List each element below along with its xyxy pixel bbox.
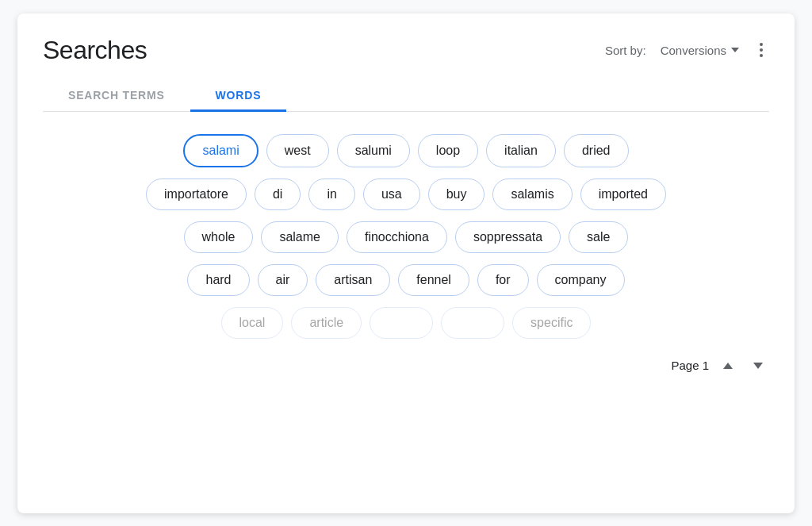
arrow-down-icon	[753, 363, 763, 369]
word-chip-partial-3[interactable]	[441, 307, 504, 339]
arrow-up-icon	[723, 363, 733, 369]
word-chip-hard[interactable]: hard	[187, 264, 249, 296]
word-chip-whole[interactable]: whole	[184, 221, 254, 253]
word-chip-west[interactable]: west	[266, 134, 329, 167]
word-chip-salamis[interactable]: salamis	[492, 179, 572, 210]
words-row-partial: localarticlespecific	[43, 307, 769, 339]
word-chip-salumi[interactable]: salumi	[337, 134, 410, 167]
words-container: salamiwestsalumiloopitaliandriedimportat…	[43, 134, 769, 339]
chevron-down-icon	[731, 48, 739, 52]
word-chip-imported[interactable]: imported	[580, 179, 666, 210]
sort-value: Conversions	[661, 44, 726, 57]
more-dot-1	[760, 43, 763, 46]
word-chip-partial-1[interactable]: article	[291, 307, 362, 339]
word-chip-italian[interactable]: italian	[486, 134, 556, 167]
word-chip-soppressata[interactable]: soppressata	[455, 221, 561, 253]
header-right: Sort by: Conversions	[605, 38, 769, 62]
word-chip-for[interactable]: for	[477, 264, 529, 296]
tabs-bar: SEARCH TERMS WORDS	[43, 81, 769, 112]
header-row: Searches Sort by: Conversions	[43, 36, 769, 65]
word-chip-salame[interactable]: salame	[261, 221, 339, 253]
page-down-button[interactable]	[747, 355, 769, 377]
words-row-1: importatorediinusabuysalamisimported	[43, 179, 769, 210]
page-label: Page 1	[671, 359, 709, 372]
words-row-0: salamiwestsalumiloopitaliandried	[43, 134, 769, 167]
tab-search-terms[interactable]: SEARCH TERMS	[43, 81, 190, 112]
word-chip-finocchiona[interactable]: finocchiona	[347, 221, 447, 253]
word-chip-partial-0[interactable]: local	[221, 307, 284, 339]
word-chip-dried[interactable]: dried	[564, 134, 629, 167]
pagination: Page 1	[43, 355, 769, 377]
word-chip-loop[interactable]: loop	[418, 134, 478, 167]
word-chip-air[interactable]: air	[258, 264, 308, 296]
word-chip-artisan[interactable]: artisan	[316, 264, 390, 296]
word-chip-di[interactable]: di	[255, 179, 301, 210]
searches-card: Searches Sort by: Conversions SEARCH TER…	[17, 13, 795, 513]
word-chip-fennel[interactable]: fennel	[398, 264, 469, 296]
word-chip-salami[interactable]: salami	[183, 134, 258, 167]
word-chip-partial-2[interactable]	[370, 307, 433, 339]
page-up-button[interactable]	[717, 355, 739, 377]
more-dot-2	[760, 48, 763, 52]
words-row-2: wholesalamefinocchionasoppressatasale	[43, 221, 769, 253]
more-dot-3	[760, 54, 763, 57]
more-options-button[interactable]	[753, 38, 769, 62]
word-chip-in[interactable]: in	[308, 179, 354, 210]
tab-words[interactable]: WORDS	[190, 81, 287, 112]
sort-by-label: Sort by:	[605, 44, 646, 57]
word-chip-company[interactable]: company	[537, 264, 625, 296]
word-chip-partial-4[interactable]: specific	[512, 307, 591, 339]
word-chip-importatore[interactable]: importatore	[146, 179, 247, 210]
page-title: Searches	[43, 36, 147, 65]
word-chip-buy[interactable]: buy	[428, 179, 485, 210]
word-chip-usa[interactable]: usa	[363, 179, 420, 210]
word-chip-sale[interactable]: sale	[569, 221, 628, 253]
sort-dropdown[interactable]: Conversions	[656, 40, 744, 60]
words-row-3: hardairartisanfennelforcompany	[43, 264, 769, 296]
